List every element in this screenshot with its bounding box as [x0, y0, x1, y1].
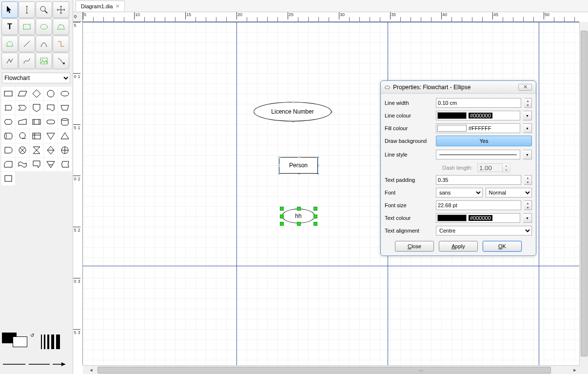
page-guide	[539, 22, 539, 365]
vertical-scrollbar[interactable]	[579, 22, 588, 365]
tab-diagram[interactable]: Diagram1.dia ×	[76, 0, 125, 11]
shape-delay[interactable]	[1, 143, 15, 157]
shape-ellipse-flow[interactable]	[58, 87, 72, 100]
shape-or[interactable]	[58, 143, 72, 157]
color-chip	[437, 125, 467, 132]
shape-connector[interactable]	[44, 87, 58, 100]
fg-bg-swatches[interactable]: ↺	[2, 333, 34, 347]
shape-punched-tape[interactable]	[16, 157, 29, 171]
shape-offpage[interactable]	[30, 101, 43, 115]
page-guide	[236, 22, 237, 365]
dropdown-icon[interactable]: ▼	[523, 111, 532, 120]
font-weight-select[interactable]: Normal	[486, 188, 532, 197]
dialog-titlebar[interactable]: ⬭ Properties: Flowchart - Ellipse ✕	[381, 81, 536, 94]
line-width-patterns[interactable]	[41, 335, 62, 351]
tool-outline[interactable]	[53, 53, 69, 69]
shape-generic[interactable]	[1, 172, 15, 185]
bg-color-swatch[interactable]	[13, 336, 27, 347]
shape-manual-input[interactable]	[16, 115, 29, 129]
line-width-input[interactable]	[436, 98, 521, 108]
line-style-combo[interactable]	[436, 150, 520, 159]
shape-punched-card[interactable]	[1, 157, 15, 171]
tab-close-icon[interactable]: ×	[116, 2, 119, 10]
shape-data-source[interactable]	[58, 157, 72, 171]
text-padding-input[interactable]	[436, 175, 521, 185]
shape-category-select[interactable]: Flowchart	[2, 73, 70, 83]
shape-terminal[interactable]	[44, 115, 58, 129]
spin-buttons[interactable]: ▲▼	[524, 98, 532, 108]
shape-extract[interactable]	[58, 129, 72, 143]
shape-sort[interactable]	[44, 143, 58, 157]
tool-zigzag[interactable]	[53, 36, 69, 52]
tool-bezier-line[interactable]	[19, 53, 35, 69]
shape-collate[interactable]	[30, 143, 43, 157]
tool-zoom[interactable]	[36, 1, 52, 18]
line-arrow-style[interactable]	[2, 361, 70, 370]
tool-box[interactable]	[19, 19, 35, 35]
spin-buttons[interactable]: ▲▼	[524, 175, 532, 185]
dash-length-input	[477, 163, 503, 172]
vertical-ruler[interactable]: 5101520253035	[73, 22, 83, 365]
label-draw-bg: Draw background	[385, 138, 436, 144]
scroll-left-icon[interactable]: ◄	[87, 366, 96, 374]
tool-pointer[interactable]	[1, 1, 18, 18]
shape-parallelogram[interactable]	[16, 87, 29, 100]
dialog-close-button[interactable]: ✕	[518, 84, 532, 91]
shape-magnetic-disk[interactable]	[58, 115, 72, 129]
shape-ellipse-licence[interactable]: Licence Number	[254, 102, 332, 121]
horizontal-ruler[interactable]: 510152025303540455055	[83, 12, 579, 22]
scroll-thumb[interactable]	[98, 367, 551, 374]
tool-arc[interactable]	[36, 36, 52, 52]
horizontal-scrollbar[interactable]: ◄ ııı ►	[83, 365, 579, 374]
shape-box-person[interactable]: Person	[279, 157, 318, 174]
shape-summing[interactable]	[16, 143, 29, 157]
scroll-right-icon[interactable]: ►	[570, 366, 579, 374]
tool-polygon[interactable]	[53, 19, 69, 35]
tool-polyline[interactable]	[1, 53, 18, 69]
ok-button[interactable]: OK	[483, 241, 522, 252]
shape-document[interactable]	[44, 101, 58, 115]
tool-image[interactable]	[36, 53, 52, 69]
shape-process[interactable]	[1, 87, 15, 100]
shape-text: Licence Number	[271, 108, 314, 115]
shape-transmittal[interactable]	[16, 101, 29, 115]
fill-colour-combo[interactable]: #FFFFFF	[436, 123, 520, 133]
scroll-thumb[interactable]	[581, 31, 588, 356]
properties-dialog[interactable]: ⬭ Properties: Flowchart - Ellipse ✕ Line…	[380, 80, 536, 256]
shape-decision[interactable]	[30, 87, 43, 100]
shape-ellipse-hh[interactable]: hh	[282, 209, 315, 223]
dialog-body: Line width ▲▼ Line colour #000000 ▼ Fill…	[381, 94, 536, 256]
shape-display[interactable]	[1, 101, 15, 115]
text-colour-combo[interactable]: #000000	[436, 213, 520, 223]
font-family-select[interactable]: sans	[436, 188, 483, 197]
dropdown-icon[interactable]: ▼	[523, 213, 532, 223]
shape-offline-storage[interactable]	[44, 157, 58, 171]
text-align-select[interactable]: Centre	[436, 226, 532, 236]
tool-bezier-shape[interactable]	[1, 36, 18, 52]
swap-colors-icon[interactable]: ↺	[30, 333, 34, 347]
label-text-padding: Text padding	[385, 177, 436, 183]
dropdown-icon[interactable]: ▼	[523, 150, 532, 159]
line-colour-combo[interactable]: #000000	[436, 111, 520, 120]
shape-magnetic-drum[interactable]	[1, 129, 15, 143]
dropdown-icon[interactable]: ▼	[523, 123, 532, 133]
shape-manual-op[interactable]	[58, 101, 72, 115]
svg-point-16	[4, 133, 6, 139]
svg-rect-19	[33, 133, 40, 139]
tool-ellipse[interactable]	[36, 19, 52, 35]
tool-line[interactable]	[19, 36, 35, 52]
shape-magnetic-tape[interactable]	[16, 129, 29, 143]
shape-trans-tape[interactable]	[30, 157, 43, 171]
shape-preparation[interactable]	[1, 115, 15, 129]
shape-internal-storage[interactable]	[30, 129, 43, 143]
shape-merge[interactable]	[44, 129, 58, 143]
spin-buttons[interactable]: ▲▼	[524, 200, 532, 210]
tool-text-cursor[interactable]	[19, 1, 35, 18]
close-button[interactable]: Close	[395, 241, 434, 252]
tool-text[interactable]: T	[1, 19, 18, 35]
shape-predefined[interactable]	[30, 115, 43, 129]
draw-bg-toggle[interactable]: Yes	[436, 136, 532, 146]
apply-button[interactable]: Apply	[439, 241, 478, 252]
tool-move[interactable]	[53, 1, 69, 18]
font-size-input[interactable]	[436, 200, 521, 210]
